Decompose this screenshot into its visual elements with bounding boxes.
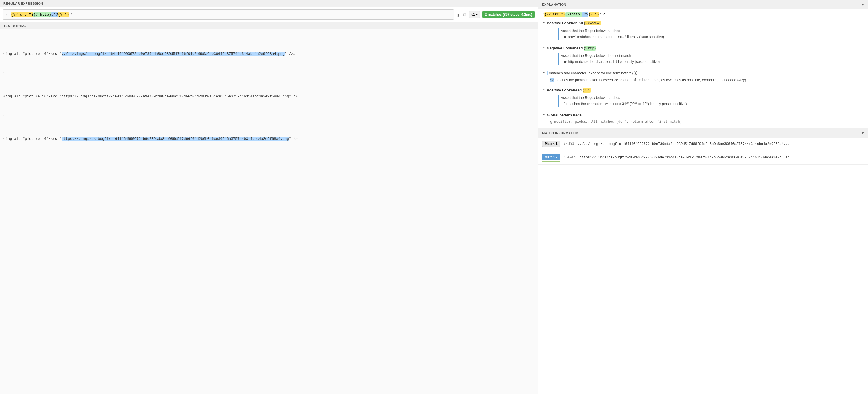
exp-lookbehind-code: (?<=src="): [545, 12, 565, 17]
divider-2: [542, 68, 864, 68]
match-item-2[interactable]: Match 2 304-409 https://.imgs/ts-bugfix-…: [538, 151, 868, 165]
tree-neg-lookahead-row: ▼ Negative Lookahead (?!http): [542, 45, 864, 52]
assert-nla-sub: ▶ http matches the characters http liter…: [561, 60, 864, 64]
tree-global-flags-row: ▼ Global pattern flags: [542, 112, 864, 119]
match-1-range: 27-131: [564, 141, 574, 145]
zero-code: zero: [614, 78, 622, 82]
exp-top-regex: ' (?<=src=") (?!http) .*? (?=") ' g: [542, 12, 864, 17]
exp-lookahead-pos-code: (?="): [589, 12, 599, 17]
test-line-blank-2: ↵: [3, 112, 534, 118]
match-info-collapse-button[interactable]: ▾: [862, 131, 864, 135]
http-code: http: [613, 60, 622, 64]
match-info-header: MATCH INFORMATION ▾: [538, 128, 868, 138]
tree-global-flags-sub: g modifier: global. All matches (don't r…: [542, 119, 864, 124]
copy-button[interactable]: ⧉: [462, 11, 467, 18]
assert-lb-text: Assert that the Regex below matches: [561, 29, 864, 33]
explanation-header: EXPLANATION ▾: [538, 0, 868, 9]
assert-nla-bar: [558, 53, 559, 65]
regex-prefix: r': [5, 12, 10, 17]
global-flags-text: g modifier: global. All matches (don't r…: [550, 120, 682, 124]
test-line-blank-1: ↵: [3, 69, 534, 75]
exp-dotstar-code: .*?: [582, 12, 588, 17]
flag-g-button[interactable]: g: [456, 12, 460, 18]
match-1-underline: [542, 147, 560, 148]
match-2-range: 304-409: [564, 154, 576, 159]
dotstar-highlight: .*?: [51, 12, 58, 17]
tree-lookbehind-label: Positive Lookbehind (?<=src="): [547, 20, 601, 26]
tree-dot-toggle[interactable]: ▼: [542, 71, 546, 74]
exp-lookahead-neg-code: (?!http): [565, 12, 582, 17]
tree-dot: ▼ . matches any character (except for li…: [542, 70, 864, 83]
assert-pla-row: Assert that the Regex below matches " ma…: [542, 95, 864, 107]
match-2-underline: [542, 161, 560, 162]
regex-flags: g: [456, 12, 460, 18]
assert-lb-row: Assert that the Regex below matches ▶ sr…: [542, 28, 864, 40]
lb-code: (?<=src="): [584, 21, 602, 26]
test-line-1: <img·alt="picture·16"·src="../../.imgs/t…: [3, 51, 534, 57]
match-badge: 2 matches (867 steps, 0.2ms): [482, 11, 535, 18]
assert-lb-content: Assert that the Regex below matches ▶ sr…: [561, 28, 864, 40]
assert-nla-text: Assert that the Regex below does not mat…: [561, 54, 864, 58]
dot-code: .: [547, 71, 548, 75]
unlimited-code: unlimited: [630, 78, 650, 82]
assert-nla-sub-text: ▶ http matches the characters http liter…: [564, 60, 660, 64]
assert-nla-content: Assert that the Regex below does not mat…: [561, 53, 864, 65]
match-2-badge: Match 2: [542, 154, 560, 162]
tree-neg-lookahead-toggle[interactable]: ▼: [542, 46, 546, 50]
version-label: v1: [471, 12, 475, 17]
tree-pos-lookahead-label: Positive Lookahead (?="): [547, 88, 591, 93]
dotstar-sub-code: *?: [550, 78, 554, 83]
regex-input[interactable]: r' (?<=src=")(?!http).*?(?=") ': [3, 9, 454, 20]
match-1-num: Match 1: [542, 141, 560, 147]
assert-lb-sub: ▶ src=" matches the characters src=" lit…: [561, 35, 864, 39]
assert-lb-sub-text: ▶ src=" matches the characters src=" lit…: [564, 35, 664, 39]
exp-quote2: ' g: [599, 12, 606, 17]
explanation-body: ' (?<=src=") (?!http) .*? (?=") ' g ▼ Po…: [538, 9, 868, 128]
assert-pla-bar: [558, 95, 559, 107]
tree-neg-lookahead-label: Negative Lookahead (?!http): [547, 45, 596, 51]
src-code: src=": [615, 35, 626, 39]
index-sup2: 16: [634, 101, 637, 104]
assert-pla-text: Assert that the Regex below matches: [561, 96, 864, 100]
tree-neg-lookahead: ▼ Negative Lookahead (?!http) Assert tha…: [542, 45, 864, 66]
lookahead-pos-highlight: (?="): [58, 12, 69, 17]
match-info-label: MATCH INFORMATION: [542, 131, 579, 135]
tree-pos-lookahead-toggle[interactable]: ▼: [542, 88, 546, 92]
tree-global-flags-label: Global pattern flags: [547, 112, 582, 118]
match-1-badge: Match 1: [542, 141, 560, 148]
divider-3: [542, 85, 864, 85]
test-string-header: TEST STRING: [0, 22, 538, 29]
assert-pla-sub: " matches the character " with index 341…: [561, 101, 864, 106]
index-sup3: 8: [646, 101, 647, 104]
pla-code: (?="): [583, 88, 591, 93]
index-sup1: 10: [626, 101, 628, 104]
tree-global-flags-toggle[interactable]: ▼: [542, 113, 546, 117]
match-2-highlight: https://.imgs/ts-bugfix-1641464990672-b9…: [62, 137, 289, 141]
match-1-highlight: ../../.imgs/ts-bugfix-1641464990672-b9e7…: [62, 52, 285, 56]
nla-code: (?!http): [584, 46, 596, 51]
match-item-1[interactable]: Match 1 27-131 ../../.imgs/ts-bugfix-164…: [538, 138, 868, 151]
explanation-collapse-button[interactable]: ▾: [862, 2, 864, 7]
assert-pla-content: Assert that the Regex below matches " ma…: [561, 95, 864, 107]
tree-pos-lookahead-row: ▼ Positive Lookahead (?="): [542, 87, 864, 94]
match-2-num: Match 2: [542, 154, 560, 160]
regex-section-header: REGULAR EXPRESSION: [0, 0, 538, 7]
assert-nla-row: Assert that the Regex below does not mat…: [542, 53, 864, 65]
test-string-content[interactable]: <img·alt="picture·16"·src="../../.imgs/t…: [0, 29, 538, 394]
tree-dot-sub: *? matches the previous token between ze…: [542, 77, 864, 83]
tree-lookbehind: ▼ Positive Lookbehind (?<=src=") Assert …: [542, 20, 864, 41]
version-chevron-icon: ▾: [476, 12, 478, 17]
explanation-label: EXPLANATION: [542, 3, 566, 6]
tree-lookbehind-row: ▼ Positive Lookbehind (?<=src="): [542, 20, 864, 27]
tree-dot-label: . matches any character (except for line…: [547, 70, 638, 76]
tree-global-flags: ▼ Global pattern flags g modifier: globa…: [542, 112, 864, 124]
match-2-value: https://.imgs/ts-bugfix-1641464990672-b9…: [580, 154, 796, 160]
divider-1: [542, 43, 864, 43]
tree-pos-lookahead: ▼ Positive Lookahead (?=") Assert that t…: [542, 87, 864, 108]
divider-4: [542, 110, 864, 110]
lazy-label: lazy: [738, 78, 745, 82]
version-button[interactable]: v1 ▾: [469, 11, 480, 18]
regex-text: (?<=src=")(?!http).*?(?="): [11, 12, 69, 17]
tree-lookbehind-toggle[interactable]: ▼: [542, 21, 546, 24]
test-line-3: <img·alt="picture·16"·src="https://.imgs…: [3, 94, 534, 100]
